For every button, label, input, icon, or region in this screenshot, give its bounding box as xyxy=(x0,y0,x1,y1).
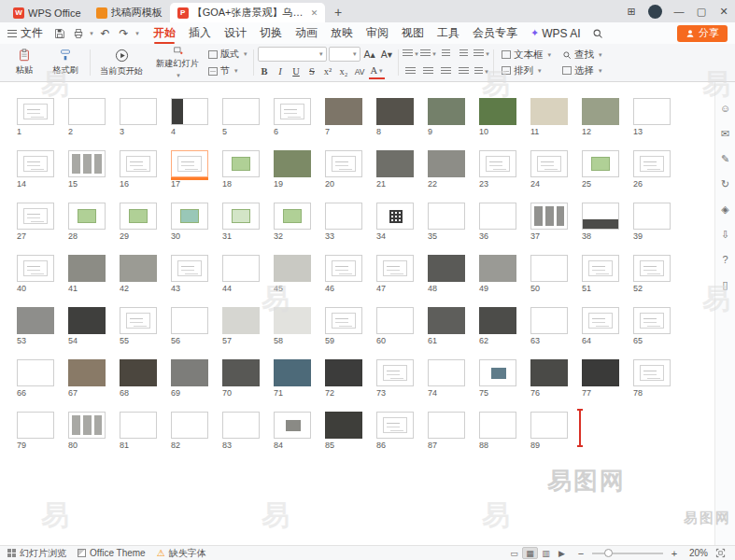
slide-thumbnail[interactable] xyxy=(68,203,106,230)
subscript-button[interactable]: x₂ xyxy=(337,64,351,79)
slide-thumbnail[interactable] xyxy=(325,255,362,282)
layout-button[interactable]: 版式 xyxy=(206,48,249,61)
menu-tab-会员专享[interactable]: 会员专享 xyxy=(466,23,524,43)
slide-thumbnail[interactable] xyxy=(17,255,54,282)
slide-thumbnail[interactable] xyxy=(222,150,260,177)
slide-thumbnail[interactable] xyxy=(274,203,311,230)
share-button[interactable]: 分享 xyxy=(677,25,728,42)
slide-thumbnail[interactable] xyxy=(633,203,671,230)
slide-thumbnail[interactable] xyxy=(171,150,208,177)
close-button[interactable]: ✕ xyxy=(713,0,735,22)
find-button[interactable]: 查找 xyxy=(562,47,602,63)
decrease-indent-button[interactable] xyxy=(438,47,454,62)
slide-thumbnail[interactable] xyxy=(428,150,465,177)
arrange-button[interactable]: 排列 xyxy=(502,63,551,78)
font-size-select[interactable] xyxy=(329,47,360,62)
slide-thumbnail[interactable] xyxy=(17,359,54,386)
slide-thumbnail[interactable] xyxy=(582,307,619,334)
slide-thumbnail[interactable] xyxy=(530,359,568,386)
message-icon[interactable]: ✉ xyxy=(718,126,733,141)
slide-thumbnail[interactable] xyxy=(68,150,106,177)
slide-thumbnail[interactable] xyxy=(171,203,208,230)
window-tab[interactable]: 找稿两模板 xyxy=(89,3,170,22)
menu-tab-切换[interactable]: 切换 xyxy=(253,23,289,43)
slide-thumbnail[interactable] xyxy=(582,150,619,177)
strikethrough-button[interactable]: S xyxy=(305,64,319,79)
increase-indent-button[interactable] xyxy=(456,47,472,62)
slide-thumbnail[interactable] xyxy=(120,255,157,282)
slide-thumbnail[interactable] xyxy=(376,98,414,125)
slide-thumbnail[interactable] xyxy=(479,150,516,177)
slide-thumbnail[interactable] xyxy=(17,412,54,439)
avatar[interactable] xyxy=(648,5,662,19)
slide-thumbnail[interactable] xyxy=(274,255,311,282)
history-icon[interactable]: ↻ xyxy=(718,176,733,191)
slide-thumbnail[interactable] xyxy=(274,150,311,177)
slide-thumbnail[interactable] xyxy=(479,98,516,125)
slide-thumbnail[interactable] xyxy=(171,255,208,282)
slide-thumbnail[interactable] xyxy=(222,307,260,334)
numbering-button[interactable] xyxy=(420,47,436,62)
undo-history-dropdown-icon[interactable]: ▾ xyxy=(134,30,141,37)
format-painter-button[interactable]: 格式刷 xyxy=(45,46,86,79)
font-family-select[interactable] xyxy=(258,47,327,62)
slide-thumbnail[interactable] xyxy=(428,412,465,439)
slide-thumbnail[interactable] xyxy=(17,203,54,230)
slide-thumbnail[interactable] xyxy=(222,255,260,282)
slide-thumbnail[interactable] xyxy=(479,359,516,386)
zoom-slider-handle[interactable] xyxy=(604,549,613,557)
new-tab-button[interactable]: + xyxy=(329,3,347,21)
slide-thumbnail[interactable] xyxy=(68,412,106,439)
select-button[interactable]: 选择 xyxy=(562,63,602,78)
line-spacing-button[interactable] xyxy=(474,47,489,62)
undo-button[interactable]: ↶ xyxy=(96,25,114,42)
slide-thumbnail[interactable] xyxy=(376,412,414,439)
slide-thumbnail[interactable] xyxy=(633,307,671,334)
menu-tab-动画[interactable]: 动画 xyxy=(289,23,324,43)
slide-thumbnail[interactable] xyxy=(222,98,260,125)
slide-thumbnail[interactable] xyxy=(68,307,106,334)
fit-screen-button[interactable] xyxy=(713,547,728,560)
theme-indicator[interactable]: Office Theme xyxy=(78,548,146,558)
edit-icon[interactable]: ✎ xyxy=(718,151,733,166)
phone-icon[interactable]: ▯ xyxy=(718,277,733,292)
file-menu-button[interactable]: 文件 xyxy=(6,25,50,41)
slide-thumbnail[interactable] xyxy=(120,98,157,125)
align-left-button[interactable] xyxy=(403,64,418,79)
slide-thumbnail[interactable] xyxy=(325,203,362,230)
missing-fonts-warning[interactable]: ⚠ 缺失字体 xyxy=(157,547,206,560)
slide-thumbnail[interactable] xyxy=(17,98,54,125)
underline-button[interactable]: U xyxy=(290,64,304,79)
slide-thumbnail[interactable] xyxy=(530,307,568,334)
slide-thumbnail[interactable] xyxy=(376,359,414,386)
zoom-out-button[interactable]: − xyxy=(574,548,587,559)
bullets-button[interactable] xyxy=(403,47,418,62)
slide-thumbnail[interactable] xyxy=(530,203,568,230)
slide-thumbnail[interactable] xyxy=(582,98,619,125)
textbox-button[interactable]: 文本框 xyxy=(502,47,551,63)
section-button[interactable]: 节 xyxy=(206,64,249,77)
slide-thumbnail[interactable] xyxy=(325,412,362,439)
menu-tab-插入[interactable]: 插入 xyxy=(182,23,218,43)
slide-thumbnail[interactable] xyxy=(530,150,568,177)
apps-grid-icon[interactable]: ⊞ xyxy=(620,0,643,22)
search-icon[interactable] xyxy=(587,24,608,43)
maximize-button[interactable]: ▢ xyxy=(690,0,713,22)
tab-close-icon[interactable]: ✕ xyxy=(311,8,318,18)
sorter-view-button[interactable]: ▦ xyxy=(522,547,538,559)
slide-thumbnail[interactable] xyxy=(428,98,465,125)
slide-thumbnail[interactable] xyxy=(530,412,568,439)
slide-thumbnail[interactable] xyxy=(376,203,414,230)
align-center-button[interactable] xyxy=(420,64,436,79)
slideshow-view-button[interactable]: ▶ xyxy=(554,547,570,559)
slide-thumbnail[interactable] xyxy=(171,307,208,334)
slide-thumbnail[interactable] xyxy=(171,359,208,386)
slide-thumbnail[interactable] xyxy=(582,255,619,282)
increase-font-button[interactable]: A▴ xyxy=(362,47,377,62)
slide-thumbnail[interactable] xyxy=(325,150,362,177)
help-icon[interactable]: ? xyxy=(718,252,733,267)
profile-icon[interactable]: ☺ xyxy=(718,101,733,116)
quickbar-dropdown-icon[interactable]: ▾ xyxy=(88,30,95,37)
menu-tab-工具[interactable]: 工具 xyxy=(431,23,466,43)
text-direction-button[interactable] xyxy=(474,64,489,79)
